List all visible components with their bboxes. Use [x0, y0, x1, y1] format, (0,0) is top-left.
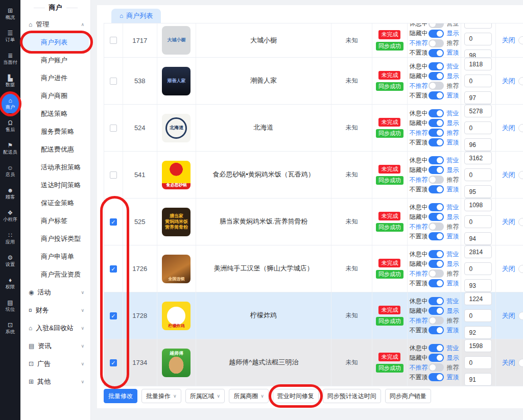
- nav-item-售后[interactable]: Ω售后: [0, 115, 20, 137]
- number-input-1[interactable]: [464, 356, 492, 369]
- menu-item-商户申请单[interactable]: 商户申请单: [20, 248, 90, 265]
- button-同步预计送达时间[interactable]: 同步预计送达时间: [323, 389, 381, 403]
- number-input-2[interactable]: [464, 138, 492, 151]
- visible-toggle[interactable]: [429, 354, 444, 362]
- recommend-toggle[interactable]: [429, 129, 444, 137]
- clipped-toggle[interactable]: [518, 124, 523, 132]
- recommend-toggle[interactable]: [429, 316, 444, 325]
- menu-item-商户标签[interactable]: 商户标签: [20, 212, 90, 230]
- recommend-toggle[interactable]: [429, 269, 444, 278]
- pinned-toggle[interactable]: [429, 138, 444, 146]
- number-input-2[interactable]: [464, 91, 492, 104]
- pinned-toggle[interactable]: [429, 49, 444, 57]
- visible-toggle[interactable]: [429, 260, 444, 268]
- recommend-toggle[interactable]: [429, 39, 444, 47]
- visible-toggle[interactable]: [429, 72, 444, 80]
- close-link[interactable]: 关闭: [502, 123, 515, 133]
- pinned-toggle[interactable]: [429, 232, 444, 240]
- number-input-1[interactable]: [464, 75, 492, 87]
- menu-group-广告[interactable]: ⊡广告∨: [20, 355, 90, 373]
- nav-item-商户[interactable]: ⌂商户: [2, 94, 19, 113]
- pinned-toggle[interactable]: [429, 185, 444, 193]
- number-input-0[interactable]: [464, 105, 492, 117]
- number-input-1[interactable]: [464, 309, 492, 322]
- nav-item-配送员[interactable]: ⚑配送员: [0, 137, 20, 160]
- menu-group-管理[interactable]: ⌂管理∧: [20, 15, 90, 33]
- business-toggle[interactable]: [429, 250, 444, 258]
- clipped-toggle[interactable]: [518, 171, 523, 179]
- menu-group-资讯[interactable]: ▤资讯∨: [20, 337, 90, 355]
- close-link[interactable]: 关闭: [502, 217, 515, 227]
- close-link[interactable]: 关闭: [502, 36, 515, 45]
- row-checkbox[interactable]: [110, 78, 117, 85]
- nav-item-坑位[interactable]: ▤坑位: [0, 294, 20, 317]
- menu-group-入驻&回收站[interactable]: ⌂入驻&回收站∨: [20, 319, 90, 337]
- pinned-toggle[interactable]: [429, 326, 444, 334]
- menu-item-商户进件[interactable]: 商户进件: [20, 69, 90, 87]
- close-link[interactable]: 关闭: [502, 358, 515, 367]
- number-input-0[interactable]: [464, 339, 492, 352]
- business-toggle[interactable]: [429, 23, 444, 28]
- number-input-2[interactable]: [464, 50, 492, 58]
- visible-toggle[interactable]: [429, 307, 444, 315]
- recommend-toggle[interactable]: [429, 363, 444, 372]
- menu-group-其他[interactable]: ⊞其他∨: [20, 373, 90, 390]
- business-toggle[interactable]: [429, 297, 444, 305]
- close-link[interactable]: 关闭: [502, 311, 515, 320]
- nav-item-小程序[interactable]: ❖小程序: [0, 205, 20, 227]
- nav-item-概况[interactable]: ⊞概况: [0, 3, 20, 25]
- pinned-toggle[interactable]: [429, 91, 444, 100]
- clipped-toggle[interactable]: [518, 36, 523, 44]
- button-营业时间修复[interactable]: 营业时间修复: [273, 389, 319, 403]
- number-input-1[interactable]: [464, 262, 492, 275]
- number-input-2[interactable]: [464, 326, 492, 339]
- number-input-1[interactable]: [464, 121, 492, 134]
- menu-item-服务费策略[interactable]: 服务费策略: [20, 122, 90, 140]
- business-toggle[interactable]: [429, 109, 444, 117]
- button-所属商圈[interactable]: 所属商圈∨: [229, 389, 269, 403]
- number-input-0[interactable]: [464, 292, 492, 305]
- number-input-0[interactable]: [464, 245, 492, 258]
- number-input-1[interactable]: [464, 215, 492, 228]
- number-input-0[interactable]: [464, 58, 492, 70]
- number-input-1[interactable]: [464, 168, 492, 181]
- number-input-2[interactable]: [464, 232, 492, 245]
- button-所属区域[interactable]: 所属区域∨: [185, 389, 225, 403]
- number-input-2[interactable]: [464, 185, 492, 198]
- number-input-0[interactable]: [464, 152, 492, 164]
- menu-group-财务[interactable]: ¤财务∨: [20, 301, 90, 319]
- visible-toggle[interactable]: [429, 30, 444, 38]
- menu-item-商户投诉类型[interactable]: 商户投诉类型: [20, 230, 90, 248]
- recommend-toggle[interactable]: [429, 176, 444, 184]
- menu-item-活动承担策略[interactable]: 活动承担策略: [20, 158, 90, 176]
- button-同步商户销量[interactable]: 同步商户销量: [385, 389, 431, 403]
- nav-item-顾客[interactable]: ☻顾客: [0, 182, 20, 205]
- clipped-toggle[interactable]: [518, 265, 523, 273]
- nav-item-设置[interactable]: ⚙设置: [0, 250, 20, 272]
- nav-item-权限[interactable]: ♦权限: [0, 272, 20, 294]
- row-checkbox[interactable]: [110, 125, 117, 132]
- menu-group-活动[interactable]: ◉活动∨: [20, 283, 90, 301]
- close-link[interactable]: 关闭: [502, 170, 515, 180]
- menu-item-商户营业资质[interactable]: 商户营业资质: [20, 265, 90, 283]
- close-link[interactable]: 关闭: [502, 77, 515, 86]
- recommend-toggle[interactable]: [429, 223, 444, 231]
- business-toggle[interactable]: [429, 203, 444, 211]
- nav-item-店员[interactable]: ☺店员: [0, 160, 20, 182]
- clipped-toggle[interactable]: [518, 359, 523, 367]
- clipped-toggle[interactable]: [518, 312, 523, 320]
- visible-toggle[interactable]: [429, 213, 444, 221]
- menu-item-配送费优惠[interactable]: 配送费优惠: [20, 140, 90, 158]
- menu-item-商户商圈[interactable]: 商户商圈: [20, 87, 90, 105]
- recommend-toggle[interactable]: [429, 82, 444, 90]
- menu-item-送达时间策略[interactable]: 送达时间策略: [20, 176, 90, 194]
- row-checkbox[interactable]: [110, 171, 117, 179]
- nav-item-数据[interactable]: ▙数据: [0, 70, 20, 92]
- number-input-0[interactable]: [464, 23, 492, 29]
- menu-item-商户列表[interactable]: 商户列表: [22, 33, 89, 51]
- menu-item-保证金策略[interactable]: 保证金策略: [20, 194, 90, 212]
- visible-toggle[interactable]: [429, 166, 444, 174]
- row-checkbox[interactable]: ✓: [110, 312, 117, 319]
- button-批量修改[interactable]: 批量修改: [104, 389, 137, 403]
- business-toggle[interactable]: [429, 62, 444, 70]
